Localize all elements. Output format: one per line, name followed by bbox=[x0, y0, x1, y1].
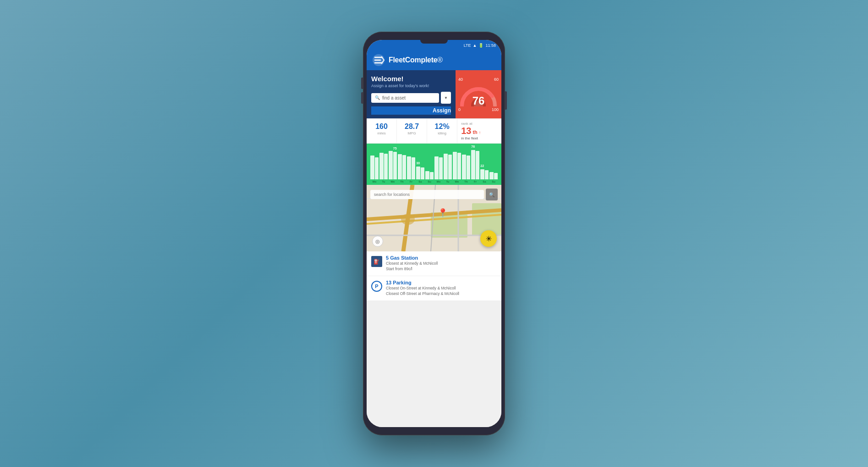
day-label-su-1: Su bbox=[425, 180, 434, 183]
bar bbox=[425, 171, 429, 179]
fleet-complete-logo-icon bbox=[372, 54, 385, 67]
my-location-button[interactable]: ◎ bbox=[372, 236, 383, 247]
bar bbox=[389, 151, 393, 179]
search-placeholder-text: find a asset bbox=[382, 95, 406, 100]
bar: 75 bbox=[393, 152, 397, 179]
bar-we-2 bbox=[453, 152, 461, 179]
idling-value: 12% bbox=[429, 122, 455, 131]
bar-label-76: 76 bbox=[471, 145, 475, 148]
time-display: 11:58 bbox=[485, 43, 496, 48]
app-header: FleetComplete® bbox=[367, 51, 501, 70]
day-label-mo-1: Mo bbox=[370, 180, 379, 183]
bar-su-2 bbox=[489, 172, 498, 179]
day-label-th-2: Th bbox=[462, 180, 470, 183]
bar-th-2 bbox=[462, 155, 470, 179]
assign-button[interactable]: Assign bbox=[371, 106, 451, 115]
bar bbox=[457, 153, 461, 179]
stat-miles: 160 miles bbox=[367, 119, 397, 143]
bar: 30 bbox=[416, 167, 420, 179]
bar-label-75: 75 bbox=[393, 147, 397, 150]
poi-list: ⛽ 5 Gas Station Closest at Kinnedy & McN… bbox=[367, 251, 501, 301]
stats-row: 160 miles 28.7 MPG 12% idling rank at bbox=[367, 119, 501, 144]
bar bbox=[379, 153, 384, 179]
welcome-panel: Welcome! Assign a asset for today's work… bbox=[367, 70, 456, 118]
poi-parking-content: 13 Parking Closest On-Street at Kinnedy … bbox=[386, 280, 459, 297]
bar-tu-1 bbox=[379, 153, 388, 179]
bar bbox=[444, 154, 448, 179]
volume-up-button[interactable] bbox=[361, 78, 363, 89]
bar bbox=[421, 167, 425, 179]
map-section[interactable]: 📍 🔍 ◎ ✳ bbox=[367, 185, 501, 251]
phone-body: LTE ▲ 🔋 11:58 FleetComplete® bbox=[363, 32, 505, 435]
phone-screen: LTE ▲ 🔋 11:58 FleetComplete® bbox=[367, 40, 501, 427]
bar bbox=[439, 157, 443, 179]
app-name-text: FleetComplete bbox=[389, 56, 437, 64]
idling-label: idling bbox=[429, 131, 455, 135]
map-search-input[interactable] bbox=[370, 190, 484, 199]
poi-parking[interactable]: P 13 Parking Closest On-Street at Kinned… bbox=[367, 276, 501, 301]
poi-gas-station[interactable]: ⛽ 5 Gas Station Closest at Kinnedy & McN… bbox=[367, 251, 501, 276]
gas-station-icon: ⛽ bbox=[371, 256, 382, 267]
bar bbox=[448, 155, 452, 179]
bar bbox=[407, 156, 411, 179]
bar-tu-2 bbox=[444, 154, 452, 179]
bar-we-1: 75 bbox=[389, 151, 397, 179]
day-label-sa-1: Sa bbox=[416, 180, 424, 183]
dropdown-arrow-icon[interactable]: ▼ bbox=[441, 92, 451, 104]
rank-fleet-label: in the fleet bbox=[461, 136, 478, 140]
top-row: Welcome! Assign a asset for today's work… bbox=[367, 70, 501, 119]
bar bbox=[494, 173, 498, 179]
day-label-we-2: We bbox=[453, 180, 461, 183]
bar bbox=[476, 151, 480, 179]
bar-label-30: 30 bbox=[416, 161, 420, 165]
rank-suffix: th bbox=[472, 129, 477, 135]
day-label-tu-2: Tu bbox=[444, 180, 452, 183]
poi-gas-name: 5 Gas Station bbox=[386, 255, 438, 261]
phone-notch bbox=[420, 40, 448, 44]
volume-down-button[interactable] bbox=[361, 92, 363, 104]
stat-idling: 12% idling bbox=[427, 119, 457, 143]
bar bbox=[467, 156, 471, 179]
bar bbox=[402, 155, 407, 179]
day-label-sa-2: Sa bbox=[480, 180, 489, 183]
gauge-min-label: 0 bbox=[458, 107, 461, 112]
bar: 76 bbox=[471, 150, 475, 179]
bar-mo-2 bbox=[434, 156, 443, 179]
search-icon: 🔍 bbox=[375, 95, 380, 100]
gauge-top-labels: 40 60 bbox=[458, 77, 499, 82]
battery-icon: 🔋 bbox=[478, 43, 483, 48]
mpg-value: 28.7 bbox=[399, 122, 425, 131]
bar-su-1 bbox=[425, 171, 434, 179]
poi-parking-name: 13 Parking bbox=[386, 280, 459, 285]
status-icons: LTE ▲ 🔋 11:58 bbox=[464, 43, 496, 48]
screen-content[interactable]: Welcome! Assign a asset for today's work… bbox=[367, 70, 501, 427]
poi-gas-detail: Closest at Kinnedy & McNicollStart from … bbox=[386, 261, 438, 272]
bar bbox=[370, 156, 374, 179]
bar-fr-2: 76 bbox=[471, 150, 479, 179]
miles-value: 160 bbox=[368, 122, 395, 131]
chart-day-labels: Mo Tu We Th Fr Sa Su Mo Tu We Th Fr Sa S… bbox=[370, 180, 498, 183]
bar bbox=[489, 172, 494, 179]
day-label-mo-2: Mo bbox=[434, 180, 443, 183]
mpg-label: MPG bbox=[399, 131, 425, 135]
map-pin-icon: 📍 bbox=[438, 208, 448, 218]
asset-search-box[interactable]: 🔍 find a asset bbox=[371, 93, 439, 103]
miles-label: miles bbox=[368, 131, 395, 135]
day-label-fr-2: Fr bbox=[471, 180, 479, 183]
gauge-label-60: 60 bbox=[494, 77, 499, 82]
welcome-title: Welcome! bbox=[371, 75, 451, 83]
compass-button[interactable]: ✳ bbox=[480, 230, 497, 247]
bar-label-22: 22 bbox=[480, 164, 484, 167]
day-label-su-2: Su bbox=[489, 180, 498, 183]
bar bbox=[453, 152, 457, 179]
gauge-panel: 40 60 bbox=[456, 70, 501, 118]
welcome-subtitle: Assign a asset for today's work! bbox=[371, 83, 451, 88]
power-button[interactable] bbox=[505, 91, 507, 110]
map-search-button[interactable]: 🔍 bbox=[486, 189, 498, 200]
gauge-bottom-labels: 0 100 bbox=[458, 107, 499, 112]
stat-mpg: 28.7 MPG bbox=[397, 119, 427, 143]
bar bbox=[485, 170, 489, 179]
chart-section: 75 30 bbox=[367, 144, 501, 185]
bar bbox=[462, 155, 466, 179]
bar bbox=[384, 154, 388, 179]
